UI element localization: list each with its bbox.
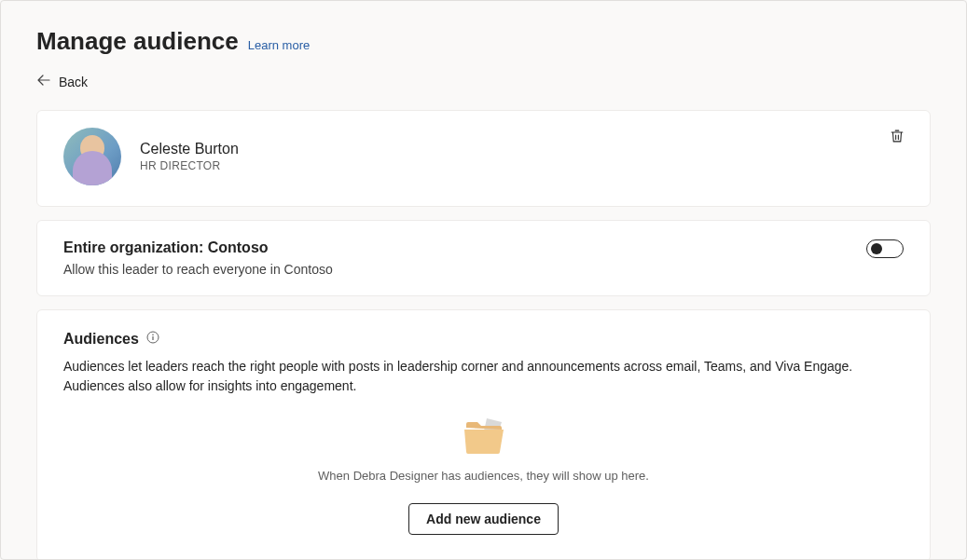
org-card: Entire organization: Contoso Allow this … xyxy=(36,220,931,296)
org-title: Entire organization: Contoso xyxy=(63,239,333,256)
empty-state-text: When Debra Designer has audiences, they … xyxy=(318,469,649,483)
add-audience-button[interactable]: Add new audience xyxy=(408,503,559,535)
svg-point-1 xyxy=(152,334,154,335)
audiences-card: Audiences Audiences let leaders reach th… xyxy=(36,309,931,560)
back-label: Back xyxy=(59,75,88,89)
leader-card: Celeste Burton HR DIRECTOR xyxy=(36,110,931,207)
avatar xyxy=(63,128,121,185)
org-toggle[interactable] xyxy=(866,239,904,258)
learn-more-link[interactable]: Learn more xyxy=(248,38,310,52)
trash-icon xyxy=(889,131,905,147)
arrow-left-icon xyxy=(36,73,51,91)
info-icon[interactable] xyxy=(146,331,159,348)
org-description: Allow this leader to reach everyone in C… xyxy=(63,262,333,277)
delete-button[interactable] xyxy=(889,128,905,148)
audiences-description: Audiences let leaders reach the right pe… xyxy=(63,357,904,396)
audiences-title: Audiences xyxy=(63,331,139,348)
page-title: Manage audience xyxy=(36,27,239,56)
back-button[interactable]: Back xyxy=(36,73,931,91)
leader-role: HR DIRECTOR xyxy=(140,159,239,172)
leader-name: Celeste Burton xyxy=(140,141,239,157)
svg-rect-2 xyxy=(152,336,153,340)
toggle-thumb xyxy=(871,243,882,254)
folder-icon xyxy=(459,413,509,458)
